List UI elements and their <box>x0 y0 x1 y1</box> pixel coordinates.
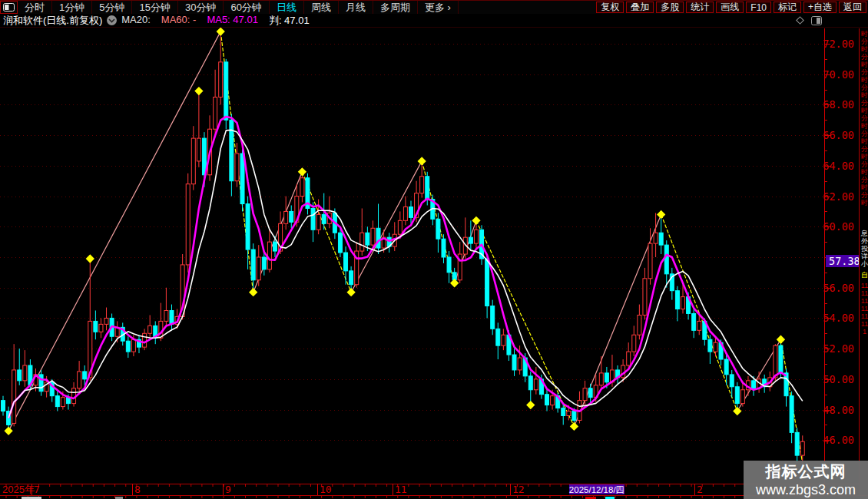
zigzag-diamond-marker <box>570 422 578 431</box>
zigzag-diamond-marker <box>777 335 785 344</box>
zigzag-layer <box>8 31 803 463</box>
app-window: { "toolbar": { "window_icon": "split-squ… <box>0 0 868 499</box>
window-split-icon[interactable] <box>0 1 18 14</box>
down-candle <box>562 408 565 416</box>
svg-text:2025/12/18/四: 2025/12/18/四 <box>569 485 624 494</box>
pane-toggle-icon[interactable] <box>811 16 822 25</box>
down-candle <box>730 375 734 387</box>
up-candle <box>638 315 641 335</box>
up-candle <box>191 138 195 184</box>
toolbar-button-5[interactable]: F10 <box>746 2 771 13</box>
up-candle <box>131 339 135 352</box>
axis-month-label: 10 <box>320 484 332 495</box>
clipped-vertical-text-top: 时分时分时分时分时分时分时分时分时分时分时分时 <box>860 30 868 207</box>
toolbar-button-6[interactable]: 标记 <box>774 2 801 13</box>
down-candle <box>692 313 696 330</box>
up-candle <box>474 230 478 243</box>
up-candle <box>654 233 658 243</box>
up-candle <box>164 310 168 321</box>
up-candle <box>502 335 505 345</box>
up-candle <box>643 279 647 316</box>
down-candle <box>735 387 739 404</box>
down-candle <box>447 257 451 273</box>
svg-text:60.00: 60.00 <box>823 220 854 233</box>
up-candle <box>104 318 108 324</box>
up-candle <box>61 398 65 407</box>
down-candle <box>350 271 353 285</box>
down-candle <box>311 208 315 230</box>
axis-month-label: 9 <box>225 484 231 495</box>
toolbar-button-0[interactable]: 复权 <box>596 2 624 13</box>
period-item-4[interactable]: 30分钟 <box>178 1 224 14</box>
indicator-label-3: 判: 47.01 <box>269 14 310 28</box>
period-item-9[interactable]: 多周期 <box>373 1 418 14</box>
axis-month-label: 7 <box>34 484 40 495</box>
up-candle <box>632 335 636 352</box>
split-square-icon <box>3 3 15 12</box>
svg-text:56.00: 56.00 <box>823 282 854 294</box>
zigzag-diamond-marker <box>249 288 257 296</box>
date-axis: 2025年78910111222025/12/18/四 <box>0 484 868 498</box>
down-candle <box>94 321 98 332</box>
toolbar-button-1[interactable]: 叠加 <box>626 2 654 13</box>
up-candle <box>627 352 631 365</box>
toolbar-button-4[interactable]: 画线 <box>716 2 744 13</box>
up-candle <box>99 324 103 332</box>
indicator-labels: MA20:MA60: -MA5: 47.01判: 47.01 <box>121 14 320 28</box>
down-candle <box>708 339 712 352</box>
zigzag-diamond-marker <box>346 288 355 296</box>
down-candle <box>496 329 500 345</box>
axis-month-label: 11 <box>395 484 407 495</box>
candlestick-chart[interactable]: 72.0070.0068.0066.0064.0062.0060.0056.00… <box>0 0 868 499</box>
down-candle <box>545 395 549 405</box>
up-candle <box>197 138 200 161</box>
indicator-label-2: MA5: 47.01 <box>207 14 258 28</box>
period-item-3[interactable]: 15分钟 <box>132 1 177 14</box>
toolbar-button-8[interactable]: 返回 <box>839 2 866 13</box>
svg-text:57.38: 57.38 <box>829 255 860 267</box>
period-item-7[interactable]: 周线 <box>304 1 339 14</box>
symbol-title: 润和软件(日线.前复权) <box>3 14 102 28</box>
up-candle <box>12 370 16 423</box>
down-candle <box>572 411 576 421</box>
toolbar-button-2[interactable]: 多股 <box>656 2 684 13</box>
up-candle <box>697 321 701 330</box>
up-candle <box>159 321 163 338</box>
zigzag-diamond-marker <box>418 157 426 165</box>
down-candle <box>290 211 293 222</box>
toolbar-button-7[interactable]: +自选 <box>803 2 837 13</box>
period-item-2[interactable]: 5分钟 <box>92 1 132 14</box>
period-item-8[interactable]: 月线 <box>339 1 373 14</box>
axis-month-label: 2 <box>697 484 703 495</box>
period-item-6[interactable]: 日线 <box>270 1 304 14</box>
selected-date-tag: 2025/12/18/四 <box>569 484 624 494</box>
down-candle <box>664 245 668 274</box>
down-candle <box>366 233 369 245</box>
indicator-label-0: MA20: <box>121 14 151 28</box>
period-menu: 分时1分钟5分钟15分钟30分钟60分钟日线周线月线多周期更多 › <box>18 1 459 14</box>
zigzag-diamond-marker <box>194 87 203 95</box>
svg-text:46.00: 46.00 <box>823 434 854 446</box>
period-item-1[interactable]: 1分钟 <box>52 1 92 14</box>
last-price-tag: 57.38 <box>826 255 862 267</box>
down-candle <box>322 214 326 223</box>
up-candle <box>583 388 587 401</box>
watermark-url: www.zbgs3.com <box>756 482 856 498</box>
period-item-0[interactable]: 分时 <box>18 1 52 14</box>
zigzag-diamond-marker <box>217 27 225 35</box>
diamond-outline-icon[interactable] <box>795 15 805 25</box>
down-candle <box>469 237 472 243</box>
chevron-down-circle-icon[interactable] <box>107 15 117 25</box>
toolbar-button-3[interactable]: 统计 <box>686 2 714 13</box>
up-candle <box>681 297 685 309</box>
up-candle <box>214 97 217 129</box>
up-candle <box>740 390 744 404</box>
down-candle <box>262 257 266 269</box>
up-candle <box>648 243 652 279</box>
svg-text:54.00: 54.00 <box>823 312 854 324</box>
zigzag-diamond-marker <box>4 427 12 435</box>
period-item-5[interactable]: 60分钟 <box>224 1 269 14</box>
down-candle <box>436 219 440 239</box>
svg-text:64.00: 64.00 <box>823 160 854 172</box>
period-item-10[interactable]: 更多 › <box>418 1 459 14</box>
